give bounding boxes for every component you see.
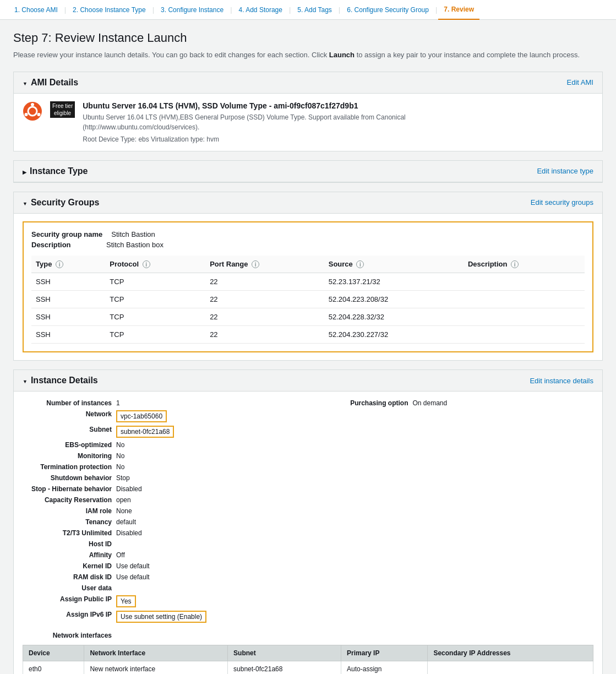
edit-instance-type-link[interactable]: Edit instance type [537, 167, 593, 175]
sg-cell-protocol: TCP [105, 308, 205, 326]
sg-cell-description [464, 308, 585, 326]
id-field-value: None [116, 507, 132, 515]
ami-meta: Root Device Type: ebs Virtualization typ… [83, 135, 593, 143]
source-info-icon[interactable]: i [356, 260, 364, 268]
id-field-label: Tenancy [23, 518, 116, 526]
id-field-label: Monitoring [23, 452, 116, 460]
instance-details-title: Instance Details [31, 376, 98, 385]
wizard-step-2[interactable]: 2. Choose Instance Type [67, 0, 151, 20]
sg-collapse-icon[interactable] [23, 198, 28, 208]
sg-cell-protocol: TCP [105, 291, 205, 308]
instance-details-section: Instance Details Edit instance details N… [13, 369, 603, 674]
sg-cell-port: 22 [205, 326, 324, 344]
ni-cell: New network interface [84, 661, 228, 674]
sg-cell-port: 22 [205, 291, 324, 308]
wizard-step-6[interactable]: 6. Configure Security Group [341, 0, 434, 20]
id-row: Networkvpc-1ab65060 [23, 410, 297, 422]
instance-type-title: Instance Type [30, 166, 88, 176]
id-field-label: Shutdown behavior [23, 474, 116, 482]
ni-col-device: Device [23, 645, 84, 661]
ni-col-secondary: Secondary IP Addresses [428, 645, 593, 661]
ni-col-interface: Network Interface [84, 645, 228, 661]
id-collapse-icon[interactable] [23, 376, 28, 385]
sg-cell-type: SSH [31, 326, 105, 344]
id-field-value: No [116, 452, 124, 460]
ami-details-section: AMI Details Edit AMI Free tiereligible U… [13, 72, 603, 151]
id-field-value: Disabled [116, 485, 142, 493]
sg-cell-source: 52.23.137.21/32 [324, 273, 464, 291]
ami-icon [23, 101, 42, 121]
wizard-step-1[interactable]: 1. Choose AMI [9, 0, 63, 20]
id-field-value: vpc-1ab65060 [116, 410, 167, 422]
sg-name-value: Stitch Bastion [111, 230, 155, 238]
sg-desc-label: Description [31, 241, 97, 249]
id-row: Capacity Reservationopen [23, 496, 297, 504]
sg-col-port: Port Range i [205, 256, 324, 273]
ami-collapse-icon[interactable] [23, 78, 28, 88]
wizard-step-3[interactable]: 3. Configure Instance [155, 0, 229, 20]
id-row: AffinityOff [23, 551, 297, 559]
sg-desc-value: Stitch Bastion box [106, 241, 163, 249]
sg-cell-description [464, 291, 585, 308]
id-field-value: 1 [116, 399, 120, 407]
edit-security-groups-link[interactable]: Edit security groups [531, 198, 593, 206]
type-info-icon[interactable]: i [56, 260, 63, 268]
wizard-step-5[interactable]: 5. Add Tags [292, 0, 337, 20]
sg-col-type: Type i [31, 256, 105, 273]
security-groups-section: Security Groups Edit security groups Sec… [13, 192, 603, 361]
ni-col-primary: Primary IP [341, 645, 428, 661]
id-field-value: Use subnet setting (Enable) [116, 611, 206, 623]
id-field-label: Capacity Reservation [23, 496, 116, 504]
id-field-value: Stop [116, 474, 130, 482]
ami-info: Ubuntu Server 16.04 LTS (HVM), SSD Volum… [83, 101, 593, 143]
id-row: Number of instances1 [23, 399, 297, 407]
page-description: Please review your instance launch detai… [13, 50, 603, 61]
security-group-box: Security group name Stitch Bastion Descr… [23, 221, 593, 353]
id-row: Host ID [23, 540, 297, 548]
table-row: SSHTCP2252.204.228.32/32 [31, 308, 585, 326]
id-field-value: open [116, 496, 131, 504]
instance-details-body: Number of instances1Networkvpc-1ab65060S… [14, 392, 602, 674]
id-field-label: Stop - Hibernate behavior [23, 485, 116, 493]
sg-cell-protocol: TCP [105, 326, 205, 344]
id-field-label: Network [23, 410, 116, 418]
sg-cell-type: SSH [31, 291, 105, 308]
table-row: SSHTCP2252.23.137.21/32 [31, 273, 585, 291]
id-field-label: Number of instances [23, 399, 116, 407]
sg-col-protocol: Protocol i [105, 256, 205, 273]
sg-cell-port: 22 [205, 273, 324, 291]
id-field-value: default [116, 518, 136, 526]
sg-col-source: Source i [324, 256, 464, 273]
svg-point-2 [31, 103, 34, 106]
sg-rules-table: Type i Protocol i Port Range i Source [31, 256, 585, 344]
id-row: EBS-optimizedNo [23, 441, 297, 449]
instance-type-collapse-icon[interactable] [23, 166, 26, 176]
id-row: Shutdown behaviorStop [23, 474, 297, 482]
sg-cell-type: SSH [31, 308, 105, 326]
sg-name-label: Security group name [31, 230, 102, 238]
wizard-step-7[interactable]: 7. Review [438, 0, 479, 20]
ami-body: Free tiereligible Ubuntu Server 16.04 LT… [14, 94, 602, 151]
sg-meta: Security group name Stitch Bastion Descr… [31, 230, 585, 249]
id-field-label: Assign IPv6 IP [23, 611, 116, 618]
network-interfaces-label: Network interfaces [23, 632, 116, 639]
id-field-label: Termination protection [23, 463, 116, 471]
wizard-step-4[interactable]: 4. Add Storage [233, 0, 288, 20]
edit-instance-details-link[interactable]: Edit instance details [530, 377, 593, 385]
id-row: Assign Public IPYes [23, 595, 297, 607]
protocol-info-icon[interactable]: i [143, 260, 150, 268]
sg-cell-description [464, 326, 585, 344]
id-field-label: Subnet [23, 426, 116, 433]
ami-details-header: AMI Details Edit AMI [14, 72, 602, 94]
id-field-label: EBS-optimized [23, 441, 116, 449]
ami-desc: Ubuntu Server 16.04 LTS (HVM),EBS Genera… [83, 112, 593, 132]
ami-name: Ubuntu Server 16.04 LTS (HVM), SSD Volum… [83, 101, 593, 110]
edit-ami-link[interactable]: Edit AMI [567, 78, 593, 86]
port-info-icon[interactable]: i [252, 260, 259, 268]
security-groups-header: Security Groups Edit security groups [14, 192, 602, 214]
id-field-label: T2/T3 Unlimited [23, 529, 116, 537]
desc-info-icon[interactable]: i [511, 260, 519, 268]
id-row: Tenancydefault [23, 518, 297, 526]
sg-col-desc: Description i [464, 256, 585, 273]
id-col-right: Purchasing optionOn demand [319, 399, 594, 626]
